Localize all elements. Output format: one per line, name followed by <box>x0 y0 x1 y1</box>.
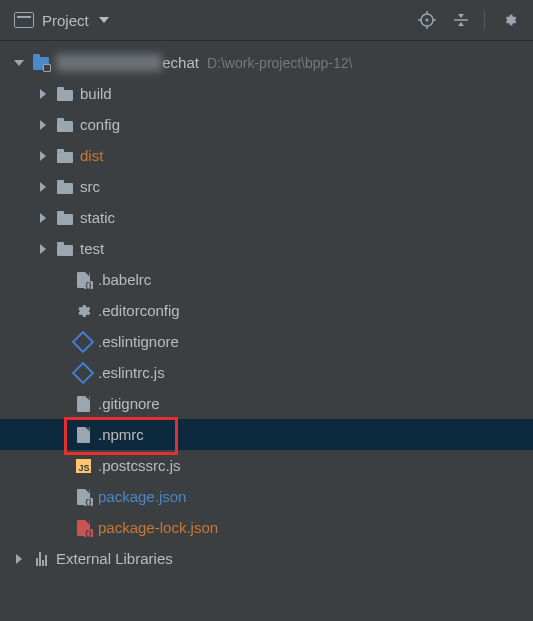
gear-icon <box>503 13 517 27</box>
divider <box>484 10 485 30</box>
folder-icon <box>57 90 73 101</box>
tree-file--npmrc[interactable]: .npmrc <box>0 419 533 450</box>
root-path: D:\work-project\bpp-12\ <box>207 55 353 71</box>
file-config-icon: {} <box>77 489 90 505</box>
tree-file-package-lock-json[interactable]: {}package-lock.json <box>0 512 533 543</box>
tree-file--postcssrc-js[interactable]: JS.postcssrc.js <box>0 450 533 481</box>
file-icon <box>77 396 90 412</box>
file-config-icon: {} <box>77 272 90 288</box>
collapse-all-button[interactable] <box>448 7 474 33</box>
file-label: .editorconfig <box>98 302 180 319</box>
tree-file--eslintrc-js[interactable]: .eslintrc.js <box>0 357 533 388</box>
project-header: Project <box>0 0 533 41</box>
project-view-selector[interactable]: Project <box>14 12 109 29</box>
tree-file--editorconfig[interactable]: .editorconfig <box>0 295 533 326</box>
file-label: .babelrc <box>98 271 151 288</box>
folder-icon <box>57 183 73 194</box>
tree-file--babelrc[interactable]: {}.babelrc <box>0 264 533 295</box>
tree-folder-src[interactable]: src <box>0 171 533 202</box>
external-label: External Libraries <box>56 550 173 567</box>
folder-icon <box>57 121 73 132</box>
file-label: .gitignore <box>98 395 160 412</box>
file-label: .eslintignore <box>98 333 179 350</box>
folder-label: build <box>80 85 112 102</box>
tree-file--eslintignore[interactable]: .eslintignore <box>0 326 533 357</box>
folder-label: test <box>80 240 104 257</box>
project-tree[interactable]: ██████████echatD:\work-project\bpp-12\bu… <box>0 41 533 574</box>
folder-icon <box>57 214 73 225</box>
expand-arrow[interactable] <box>38 120 48 130</box>
file-label: .postcssrc.js <box>98 457 181 474</box>
tree-file--gitignore[interactable]: .gitignore <box>0 388 533 419</box>
expand-arrow[interactable] <box>38 244 48 254</box>
libraries-icon <box>36 552 47 566</box>
svg-marker-8 <box>458 22 464 26</box>
module-icon <box>33 57 49 70</box>
chevron-down-icon <box>99 17 109 23</box>
eslint-icon <box>72 330 95 353</box>
tree-folder-dist[interactable]: dist <box>0 140 533 171</box>
locate-button[interactable] <box>414 7 440 33</box>
expand-arrow[interactable] <box>38 182 48 192</box>
tree-folder-static[interactable]: static <box>0 202 533 233</box>
expand-arrow[interactable] <box>14 60 24 66</box>
project-icon <box>14 12 34 28</box>
tree-folder-test[interactable]: test <box>0 233 533 264</box>
file-label: package.json <box>98 488 186 505</box>
tree-root[interactable]: ██████████echatD:\work-project\bpp-12\ <box>0 47 533 78</box>
tree-file-package-json[interactable]: {}package.json <box>0 481 533 512</box>
svg-marker-7 <box>458 14 464 18</box>
tree-folder-build[interactable]: build <box>0 78 533 109</box>
root-label: ██████████echat <box>56 54 199 71</box>
file-label: package-lock.json <box>98 519 218 536</box>
settings-button[interactable] <box>497 7 523 33</box>
eslint-icon <box>72 361 95 384</box>
folder-label: static <box>80 209 115 226</box>
project-tool-window: Project ██████████echatD:\work-project\b… <box>0 0 533 621</box>
folder-icon <box>57 152 73 163</box>
file-label: .npmrc <box>98 426 144 443</box>
tree-folder-config[interactable]: config <box>0 109 533 140</box>
crosshair-icon <box>418 11 436 29</box>
project-title: Project <box>42 12 89 29</box>
expand-arrow[interactable] <box>38 89 48 99</box>
svg-point-1 <box>426 19 429 22</box>
js-icon: JS <box>76 459 91 473</box>
expand-arrow[interactable] <box>38 213 48 223</box>
gear-icon <box>75 303 91 319</box>
folder-icon <box>57 245 73 256</box>
folder-label: dist <box>80 147 103 164</box>
collapse-icon <box>452 11 470 29</box>
folder-label: config <box>80 116 120 133</box>
expand-arrow[interactable] <box>14 554 24 564</box>
tree-external-libraries[interactable]: External Libraries <box>0 543 533 574</box>
expand-arrow[interactable] <box>38 151 48 161</box>
file-label: .eslintrc.js <box>98 364 165 381</box>
file-config-icon: {} <box>77 520 90 536</box>
file-icon <box>77 427 90 443</box>
folder-label: src <box>80 178 100 195</box>
